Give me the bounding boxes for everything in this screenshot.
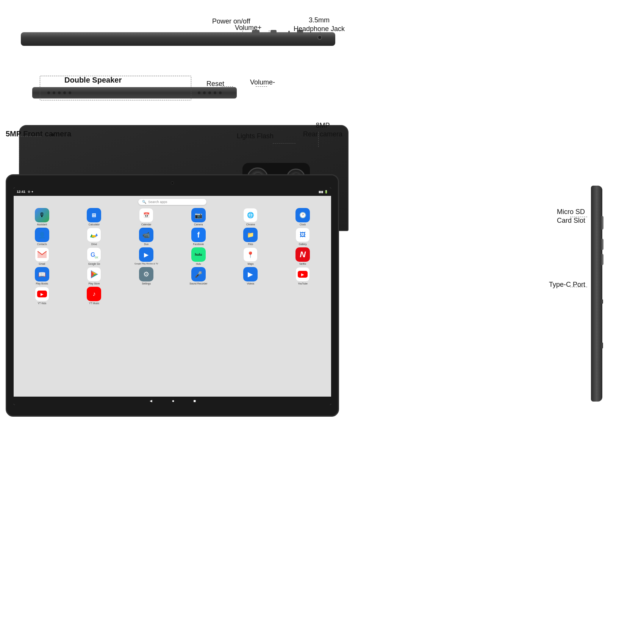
app-item-contacts[interactable]: 👤 Contacts — [17, 228, 67, 245]
app-item-playstore[interactable]: Play Store — [69, 267, 120, 285]
dline-power — [242, 28, 243, 36]
app-drawer[interactable]: 🔍 Search apps 🎙 Assistant ⊞ Calculator 📅… — [14, 196, 331, 397]
app-item-drive[interactable]: Drive — [69, 228, 120, 245]
nav-bar: ◄ ● ■ — [14, 397, 331, 405]
app-item-calculator[interactable]: ⊞ Calculator — [69, 208, 120, 226]
app-item-gmail[interactable]: Gmail — [17, 247, 67, 265]
time-display: 12:41 — [17, 190, 25, 194]
search-placeholder: Search apps — [148, 200, 167, 204]
top-view-container — [21, 32, 335, 46]
app-item-ytkids[interactable]: ▶ YT Kids — [17, 287, 67, 305]
app-item-camera[interactable]: 📷 Camera — [173, 208, 224, 226]
app-item-maps[interactable]: 📍 Maps — [225, 247, 276, 265]
app-item-settings[interactable]: ⚙ Settings — [121, 267, 172, 285]
app-item-files[interactable]: 📁 Files — [225, 228, 276, 245]
app-item-ytmusic[interactable]: ♪ YT Music — [69, 287, 120, 305]
nav-home[interactable]: ● — [172, 399, 175, 403]
tablet-front: 12:41 ⚙ ✦ ▮▮▮ 🔋 🔍 Search apps 🎙 Assistan… — [6, 174, 339, 417]
app-item-netflix[interactable]: N Netflix — [277, 247, 328, 265]
app-item-gallery[interactable]: 🖼 Gallery — [277, 228, 328, 245]
app-item-clock[interactable]: 🕐 Clock — [277, 208, 328, 226]
volume-minus-label: Volume- — [250, 78, 275, 87]
status-bar: 12:41 ⚙ ✦ ▮▮▮ 🔋 — [14, 188, 331, 196]
app-item-youtube[interactable]: ▶ YouTube — [277, 267, 328, 285]
rear-camera-label: 8MP Rear camera — [303, 121, 342, 139]
reset-label: Reset — [206, 80, 224, 88]
nav-back[interactable]: ◄ — [149, 399, 153, 403]
app-item-hulu[interactable]: hulu Hulu — [173, 247, 224, 265]
app-item-facebook[interactable]: f Facebook — [173, 228, 224, 245]
app-item-duo[interactable]: 📹 Duo — [121, 228, 172, 245]
dline-headphone — [320, 31, 320, 36]
app-item-playbooks[interactable]: 📖 Play Books — [17, 267, 67, 285]
front-camera-label: 5MP Front camera — [6, 129, 71, 139]
app-item-assistant[interactable]: 🎙 Assistant — [17, 208, 67, 226]
lights-flash-label: Lights Flash — [237, 132, 274, 141]
app-item-chrome[interactable]: 🌐 Chrome — [225, 208, 276, 226]
app-item-soundrecorder[interactable]: 🎤 Sound Recorder — [173, 267, 224, 285]
type-c-label: Type-C Port — [549, 280, 585, 289]
app-item-calendar[interactable]: 📅 Calendar — [121, 208, 172, 226]
app-item-googlego[interactable]: GGO Google Go — [69, 247, 120, 265]
dline-volplus — [269, 30, 269, 36]
nav-recent[interactable]: ■ — [193, 399, 196, 403]
tablet-screen: 12:41 ⚙ ✦ ▮▮▮ 🔋 🔍 Search apps 🎙 Assistan… — [14, 188, 331, 405]
svg-text:GO: GO — [95, 256, 98, 259]
app-item-videos[interactable]: ▶ Videos — [225, 267, 276, 285]
front-camera-dot — [171, 181, 174, 184]
tablet-side-profile — [591, 186, 602, 402]
headphone-jack-label: 3.5mm Headphone Jack — [294, 16, 345, 34]
volume-plus-label: Volume+ — [235, 23, 262, 32]
app-grid: 🎙 Assistant ⊞ Calculator 📅 Calendar 📷 Ca… — [16, 208, 329, 305]
top-bar — [21, 32, 335, 46]
search-bar[interactable]: 🔍 Search apps — [138, 199, 206, 205]
app-item-gplaymovies[interactable]: ▶ Google Play Movies & TV — [121, 247, 172, 265]
